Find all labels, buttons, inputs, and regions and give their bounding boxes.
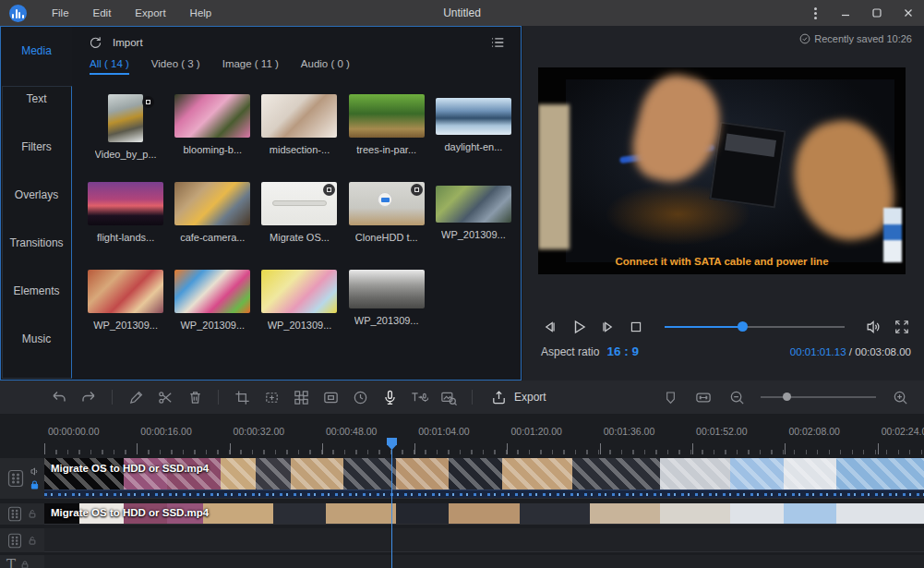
sidebar-item-text[interactable]: Text xyxy=(1,75,72,123)
maximize-button[interactable] xyxy=(861,0,893,26)
menu-export[interactable]: Export xyxy=(123,0,177,26)
extract-frames-button[interactable] xyxy=(439,388,458,406)
import-icon[interactable] xyxy=(88,35,103,51)
tab-video[interactable]: Video ( 3 ) xyxy=(151,58,200,73)
media-item-name: trees-in-par... xyxy=(356,144,416,155)
zoom-in-button[interactable] xyxy=(891,388,909,406)
freeze-frame-button[interactable] xyxy=(321,388,340,406)
timeline-clip[interactable]: Migrate OS to HDD or SSD.mp4 xyxy=(44,503,924,524)
sidebar-item-media[interactable]: Media xyxy=(1,27,72,75)
menu-help[interactable]: Help xyxy=(178,0,224,26)
sidebar-item-elements[interactable]: Elements xyxy=(1,267,72,315)
split-button[interactable] xyxy=(156,388,174,406)
zoom-knob[interactable] xyxy=(783,393,791,401)
media-item-name: daylight-en... xyxy=(444,141,502,152)
play-button[interactable] xyxy=(568,316,590,338)
media-item[interactable]: trees-in-par... xyxy=(343,86,430,174)
track-lane[interactable] xyxy=(44,528,924,552)
preview-video[interactable]: Connect it with SATA cable and power lin… xyxy=(538,67,906,274)
media-item[interactable]: cafe-camera... xyxy=(169,174,256,261)
media-item[interactable]: CloneHDD t... xyxy=(343,174,430,261)
track-lane[interactable]: Migrate OS to HDD or SSD.mp4 xyxy=(44,503,924,525)
media-item[interactable]: WP_201309... xyxy=(256,261,342,349)
sidebar-item-filters[interactable]: Filters xyxy=(1,123,72,171)
stop-button[interactable] xyxy=(627,318,645,336)
seek-knob[interactable] xyxy=(738,321,748,332)
media-item[interactable]: daylight-en... xyxy=(430,86,517,174)
zoom-region-button[interactable] xyxy=(262,388,281,406)
menu-file[interactable]: File xyxy=(40,0,81,26)
track-header[interactable]: T xyxy=(0,555,44,568)
video-track-icon xyxy=(6,468,25,489)
menu-edit[interactable]: Edit xyxy=(81,0,124,26)
media-item-name: WP_201309... xyxy=(268,320,332,331)
next-frame-button[interactable] xyxy=(598,317,618,337)
undo-button[interactable] xyxy=(50,388,68,406)
record-voiceover-button[interactable] xyxy=(380,388,399,406)
zoom-out-button[interactable] xyxy=(727,388,746,406)
media-thumbnail xyxy=(261,182,337,225)
saved-check-icon xyxy=(799,33,810,44)
redo-button[interactable] xyxy=(79,388,98,406)
video-track-icon xyxy=(6,532,23,550)
media-browser: Import All ( 14 ) Video ( 3 ) Image ( 11… xyxy=(73,27,521,380)
current-time: 00:01:01.13 xyxy=(790,346,846,357)
sidebar-item-transitions[interactable]: Transitions xyxy=(1,219,72,267)
crop-button[interactable] xyxy=(233,388,251,406)
track-lane[interactable] xyxy=(44,555,924,568)
media-item[interactable]: WP_201309... xyxy=(343,261,430,349)
track-header[interactable] xyxy=(0,528,44,552)
edit-button[interactable] xyxy=(126,388,145,406)
seek-fill xyxy=(665,326,742,328)
media-item[interactable]: WP_201309... xyxy=(430,174,517,261)
more-menu-icon[interactable] xyxy=(801,7,830,19)
media-library-panel: Media Text Filters Overlays Transitions … xyxy=(0,26,522,381)
track-lane[interactable]: Migrate OS to HDD or SSD.mp4 xyxy=(44,458,924,499)
marker-button[interactable] xyxy=(661,388,679,406)
timecode-display: 00:01:01.13 / 00:03:08.00 xyxy=(790,346,911,357)
fullscreen-icon[interactable] xyxy=(893,318,911,336)
aspect-ratio-value[interactable]: 16 : 9 xyxy=(606,344,639,358)
timeline-ruler[interactable] xyxy=(44,441,924,454)
preview-panel: Recently saved 10:26 Connect it with SAT… xyxy=(522,26,924,381)
tab-all[interactable]: All ( 14 ) xyxy=(90,58,129,75)
timeline-zoom-slider[interactable] xyxy=(761,392,876,403)
duration-button[interactable] xyxy=(351,388,369,406)
text-track-icon: T xyxy=(6,558,16,568)
media-item[interactable]: Video_by_p... xyxy=(82,86,169,174)
volume-icon[interactable] xyxy=(864,317,884,337)
media-item[interactable]: Migrate OS... xyxy=(256,174,342,261)
timeline-ruler-labels: 00:00:00.00 00:00:16.00 00:00:32.00 00:0… xyxy=(44,426,924,437)
timeline-clip-locked[interactable]: Migrate OS to HDD or SSD.mp4 xyxy=(44,458,924,498)
ruler-label: 00:00:16.00 xyxy=(137,426,229,437)
tab-audio[interactable]: Audio ( 0 ) xyxy=(301,58,350,73)
media-grid: Video_by_p... blooming-b... midsection-.… xyxy=(82,86,517,378)
list-view-icon[interactable] xyxy=(489,34,506,51)
import-button[interactable]: Import xyxy=(113,37,143,48)
playhead[interactable] xyxy=(391,440,392,568)
sidebar-item-music[interactable]: Music xyxy=(1,315,72,363)
media-item-name: WP_201309... xyxy=(180,320,245,331)
delete-button[interactable] xyxy=(186,388,204,406)
seek-slider[interactable] xyxy=(665,320,845,333)
tab-image[interactable]: Image ( 11 ) xyxy=(222,58,279,73)
minimize-button[interactable] xyxy=(830,0,861,26)
fit-timeline-button[interactable] xyxy=(694,388,713,406)
toolbar-divider xyxy=(472,390,473,405)
export-button[interactable]: Export xyxy=(490,389,546,406)
previous-frame-button[interactable] xyxy=(539,317,559,337)
media-item[interactable]: flight-lands... xyxy=(82,174,169,261)
mosaic-button[interactable] xyxy=(292,388,310,406)
text-to-speech-button[interactable] xyxy=(410,388,428,406)
media-item[interactable]: midsection-... xyxy=(256,86,342,174)
track-unlock-icon xyxy=(28,509,37,519)
media-item[interactable]: WP_201309... xyxy=(169,261,256,349)
ruler-label: 00:01:04.00 xyxy=(414,426,507,437)
media-item[interactable]: blooming-b... xyxy=(169,86,256,174)
track-header[interactable] xyxy=(0,503,44,525)
media-item[interactable]: WP_201309... xyxy=(82,261,169,349)
timeline-tools xyxy=(661,388,909,406)
track-header[interactable] xyxy=(0,458,44,499)
sidebar-item-overlays[interactable]: Overlays xyxy=(1,171,72,219)
close-button[interactable] xyxy=(893,0,924,26)
